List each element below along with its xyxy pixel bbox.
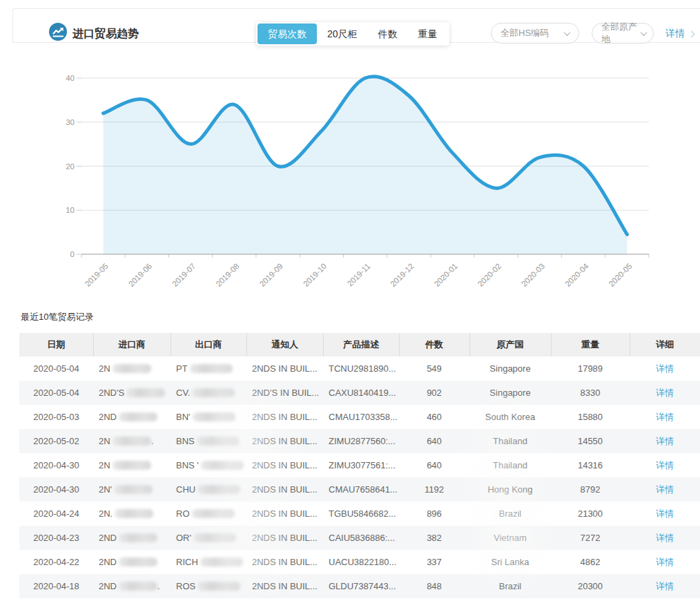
svg-text:20: 20 (66, 162, 75, 171)
detail-link[interactable]: 详情 (656, 388, 674, 398)
detail-link[interactable]: 详情 (656, 581, 674, 591)
cell-importer: 2ND. (93, 574, 171, 598)
cell-importer: 2ND'S (93, 381, 171, 405)
cell-pieces: 460 (399, 405, 469, 429)
redacted-importer-name (113, 364, 151, 373)
col-header-notify: 通知人 (246, 333, 323, 356)
cell-weight: 15880 (551, 405, 630, 429)
cell-exporter: ROS (171, 574, 246, 598)
redacted-importer-name (115, 509, 153, 518)
cell-weight: 8792 (551, 477, 630, 502)
tab-weight[interactable]: 重量 (408, 23, 448, 44)
detail-link[interactable]: 详情 (656, 460, 674, 470)
chevron-down-icon (641, 29, 648, 36)
cell-importer: 2N' (93, 477, 171, 502)
cell-origin: South Korea (469, 405, 551, 429)
cell-product: TGBU5846682... (323, 502, 399, 526)
detail-link[interactable]: 详情 (656, 484, 674, 495)
svg-text:30: 30 (66, 118, 75, 126)
cell-notify: 2NDS IN BUIL... (246, 429, 323, 453)
svg-text:40: 40 (66, 74, 75, 82)
redacted-importer-name (119, 533, 157, 542)
detail-link[interactable]: 详情 (656, 533, 674, 543)
svg-text:2020-01: 2020-01 (433, 262, 459, 288)
col-header-origin: 原产国 (469, 333, 551, 356)
cell-date: 2020-05-03 (19, 405, 93, 429)
redacted-exporter-name (190, 364, 233, 373)
cell-pieces: 848 (399, 574, 469, 598)
redacted-exporter-name (201, 461, 244, 470)
table-row: 2020-04-23 2ND OR' 2NDS IN BUIL... CAIU5… (19, 526, 700, 550)
cell-exporter: OR' (171, 526, 246, 550)
redacted-importer-name (119, 582, 157, 591)
cell-importer: 2N (93, 453, 171, 477)
redacted-exporter-name (197, 582, 240, 591)
cell-exporter: PT (171, 356, 246, 381)
cell-pieces: 640 (399, 429, 469, 453)
hs-code-select[interactable]: 全部HS编码 (491, 23, 579, 44)
cell-weight: 8330 (551, 381, 630, 405)
header-detail-link[interactable]: 详情 (665, 28, 694, 40)
chart-area: 0102030402019-052019-062019-072019-08201… (0, 48, 700, 301)
redacted-exporter-name (192, 509, 235, 518)
cell-notify: 2NDS IN BUIL... (246, 356, 323, 381)
cell-exporter: RO (171, 502, 246, 526)
cell-origin: Singapore (469, 381, 551, 405)
table-row: 2020-04-30 2N BNS ' 2NDS IN BUIL... ZIMU… (19, 453, 700, 477)
cell-exporter: BN' (171, 405, 246, 429)
trade-records-table: 日期 进口商 出口商 通知人 产品描述 件数 原产国 重量 详细 2020-05… (19, 333, 700, 598)
cell-weight: 7272 (551, 526, 630, 550)
cell-product: UACU3822180... (323, 550, 399, 574)
redacted-exporter-name (200, 557, 243, 566)
detail-link[interactable]: 详情 (656, 412, 674, 422)
cell-exporter: RICH (171, 550, 246, 574)
cell-date: 2020-04-30 (19, 477, 93, 502)
origin-select[interactable]: 全部原产地 (592, 23, 654, 44)
cell-importer: 2N. (93, 502, 171, 526)
col-header-importer: 进口商 (93, 333, 171, 356)
detail-link[interactable]: 详情 (656, 363, 674, 374)
cell-pieces: 896 (399, 502, 469, 526)
cell-exporter: BNS ' (171, 453, 246, 477)
detail-link[interactable]: 详情 (656, 436, 674, 446)
cell-product: GLDU7387443... (323, 574, 399, 598)
tab-pieces[interactable]: 件数 (368, 23, 408, 44)
cell-product: CAXU8140419... (323, 381, 399, 405)
cell-importer: 2ND (93, 405, 171, 429)
col-header-date: 日期 (19, 333, 93, 356)
detail-link[interactable]: 详情 (656, 557, 674, 567)
cell-date: 2020-04-30 (19, 453, 93, 477)
tab-20ft-container[interactable]: 20尺柜 (317, 23, 368, 44)
svg-text:2019-11: 2019-11 (346, 262, 372, 288)
table-row: 2020-05-03 2ND BN' 2NDS IN BUIL... CMAU1… (19, 405, 700, 429)
cell-product: ZIMU3077561:... (323, 453, 399, 477)
cell-date: 2020-04-24 (19, 502, 93, 526)
detail-link[interactable]: 详情 (656, 508, 674, 519)
cell-date: 2020-05-02 (19, 429, 93, 453)
redacted-importer-name (119, 412, 157, 421)
cell-notify: 2NDS IN BUIL... (246, 526, 323, 550)
svg-text:2020-04: 2020-04 (563, 262, 590, 289)
svg-text:0: 0 (70, 250, 75, 258)
cell-product: CMAU7658641... (323, 477, 399, 502)
svg-text:2019-10: 2019-10 (302, 262, 328, 288)
table-row: 2020-04-24 2N. RO 2NDS IN BUIL... TGBU58… (19, 502, 700, 526)
cell-notify: 2ND'S IN BUIL... (246, 381, 323, 405)
chevron-right-icon (688, 30, 695, 37)
table-header-row: 日期 进口商 出口商 通知人 产品描述 件数 原产国 重量 详细 (19, 333, 700, 356)
cell-weight: 4862 (551, 550, 630, 574)
cell-exporter: CV. (171, 381, 246, 405)
cell-exporter: BNS (171, 429, 246, 453)
svg-text:2019-05: 2019-05 (84, 262, 110, 288)
cell-date: 2020-05-04 (19, 381, 93, 405)
cell-importer: 2ND (93, 526, 171, 550)
trade-trend-chart[interactable]: 0102030402019-052019-062019-072019-08201… (0, 48, 700, 301)
table-row: 2020-05-04 2ND'S CV. 2ND'S IN BUIL... CA… (19, 381, 700, 405)
cell-notify: 2NDS IN BUIL... (246, 453, 323, 477)
redacted-importer-name (113, 437, 151, 446)
cell-origin: Hong Kong (469, 477, 551, 502)
cell-product: TCNU2981890... (323, 356, 399, 381)
hs-code-select-value: 全部HS编码 (500, 27, 549, 39)
cell-origin: Brazil (469, 502, 551, 526)
tab-trade-count[interactable]: 贸易次数 (257, 23, 317, 44)
